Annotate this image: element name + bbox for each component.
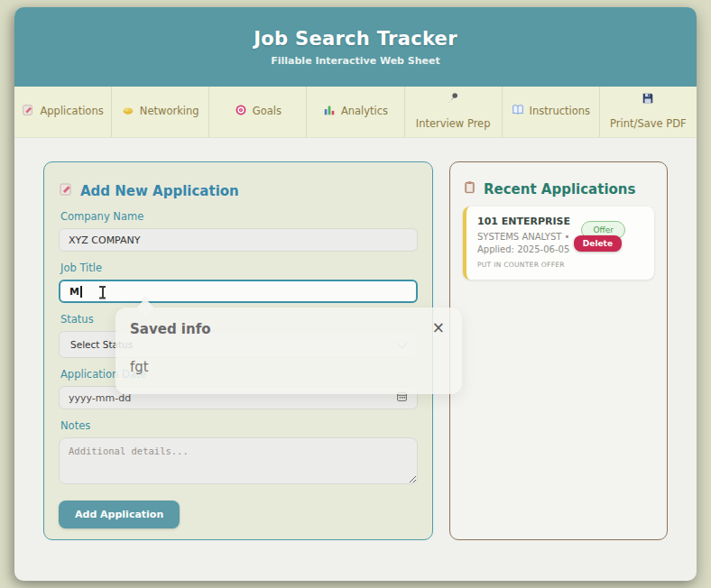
tab-analytics[interactable]: Analytics <box>307 87 404 137</box>
tab-networking[interactable]: Networking <box>112 87 209 137</box>
recent-applications-panel: Recent Applications 101 ENTERPRISE SYSTE… <box>449 161 668 540</box>
open-book-icon <box>512 104 524 121</box>
delete-application-button[interactable]: Delete <box>574 235 622 252</box>
handshake-icon <box>122 104 134 121</box>
floppy-disk-icon <box>642 92 654 109</box>
ibeam-cursor <box>98 285 106 299</box>
memo-icon <box>59 182 73 200</box>
application-note: PUT IN COUNTER OFFER <box>477 261 643 269</box>
job-search-tracker-window: Job Search Tracker Fillable Interactive … <box>14 7 697 581</box>
text-caret <box>80 286 82 298</box>
tab-print-save-pdf[interactable]: Print/Save PDF <box>600 87 697 137</box>
add-application-button[interactable]: Add Application <box>59 501 180 528</box>
recent-applications-title: Recent Applications <box>463 180 654 198</box>
app-header: Job Search Tracker Fillable Interactive … <box>14 7 697 87</box>
job-title-label: Job Title <box>60 262 418 274</box>
add-application-title: Add New Application <box>59 182 418 200</box>
clipboard-icon <box>463 180 476 198</box>
page-title: Job Search Tracker <box>254 28 457 50</box>
target-icon <box>235 104 247 121</box>
tab-goals[interactable]: Goals <box>209 87 307 137</box>
company-name-label: Company Name <box>60 210 418 223</box>
tab-bar: Applications Networking Goals Analytics … <box>14 87 697 138</box>
bar-chart-icon <box>323 104 336 121</box>
memo-icon <box>22 104 34 121</box>
job-title-input[interactable]: M <box>59 280 418 303</box>
page-subtitle: Fillable Interactive Web Sheet <box>271 55 440 67</box>
close-icon[interactable]: × <box>430 318 447 337</box>
notes-label: Notes <box>60 419 418 432</box>
notes-textarea[interactable] <box>59 437 418 484</box>
company-name-input[interactable]: XYZ COMPANY <box>59 228 418 252</box>
tab-applications[interactable]: Applications <box>14 87 112 137</box>
application-list-item: 101 ENTERPRISE SYSTEMS ANALYST • Applied… <box>463 207 654 280</box>
tab-interview-prep[interactable]: Interview Prep <box>405 87 503 137</box>
autofill-suggestion[interactable]: fgt <box>130 359 149 375</box>
microphone-icon <box>447 92 459 109</box>
autofill-popup-title: Saved info <box>130 321 211 337</box>
tab-instructions[interactable]: Instructions <box>503 87 600 137</box>
autofill-popup: Saved info fgt × <box>115 308 462 394</box>
